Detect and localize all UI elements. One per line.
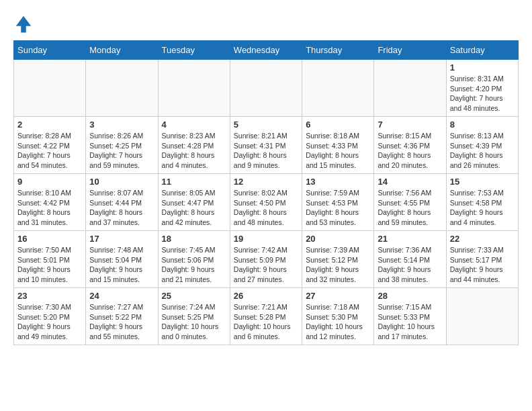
calendar-cell: 16Sunrise: 7:50 AM Sunset: 5:01 PM Dayli… bbox=[14, 231, 86, 288]
calendar-week-row: 2Sunrise: 8:28 AM Sunset: 4:22 PM Daylig… bbox=[14, 117, 519, 174]
day-number: 13 bbox=[306, 177, 370, 187]
day-info: Sunrise: 7:27 AM Sunset: 5:22 PM Dayligh… bbox=[89, 302, 154, 342]
day-number: 12 bbox=[234, 177, 298, 187]
calendar-cell bbox=[302, 60, 374, 117]
day-number: 27 bbox=[306, 291, 370, 301]
logo bbox=[13, 13, 36, 34]
calendar-table: SundayMondayTuesdayWednesdayThursdayFrid… bbox=[13, 40, 519, 345]
calendar-cell: 22Sunrise: 7:33 AM Sunset: 5:17 PM Dayli… bbox=[446, 231, 518, 288]
logo-icon bbox=[13, 13, 34, 34]
day-number: 28 bbox=[378, 291, 442, 301]
day-number: 17 bbox=[89, 234, 154, 244]
day-number: 22 bbox=[450, 234, 515, 244]
day-info: Sunrise: 7:36 AM Sunset: 5:14 PM Dayligh… bbox=[378, 245, 442, 285]
weekday-header-tuesday: Tuesday bbox=[158, 41, 230, 60]
day-info: Sunrise: 8:21 AM Sunset: 4:31 PM Dayligh… bbox=[234, 131, 298, 171]
calendar-cell bbox=[86, 60, 158, 117]
day-number: 19 bbox=[234, 234, 298, 244]
day-number: 18 bbox=[162, 234, 226, 244]
calendar-cell: 23Sunrise: 7:30 AM Sunset: 5:20 PM Dayli… bbox=[14, 288, 86, 345]
day-number: 9 bbox=[17, 177, 82, 187]
day-number: 6 bbox=[306, 120, 370, 130]
calendar-week-row: 16Sunrise: 7:50 AM Sunset: 5:01 PM Dayli… bbox=[14, 231, 519, 288]
weekday-header-thursday: Thursday bbox=[302, 41, 374, 60]
day-number: 15 bbox=[450, 177, 515, 187]
day-info: Sunrise: 8:07 AM Sunset: 4:44 PM Dayligh… bbox=[89, 188, 154, 228]
calendar-cell: 3Sunrise: 8:26 AM Sunset: 4:25 PM Daylig… bbox=[86, 117, 158, 174]
day-number: 1 bbox=[450, 62, 515, 73]
calendar-cell: 12Sunrise: 8:02 AM Sunset: 4:50 PM Dayli… bbox=[230, 174, 302, 231]
calendar-cell: 5Sunrise: 8:21 AM Sunset: 4:31 PM Daylig… bbox=[230, 117, 302, 174]
day-info: Sunrise: 7:30 AM Sunset: 5:20 PM Dayligh… bbox=[17, 302, 82, 342]
day-info: Sunrise: 8:05 AM Sunset: 4:47 PM Dayligh… bbox=[162, 188, 226, 228]
calendar-week-row: 23Sunrise: 7:30 AM Sunset: 5:20 PM Dayli… bbox=[14, 288, 519, 345]
weekday-header-sunday: Sunday bbox=[14, 41, 86, 60]
calendar-cell: 4Sunrise: 8:23 AM Sunset: 4:28 PM Daylig… bbox=[158, 117, 230, 174]
calendar-cell: 11Sunrise: 8:05 AM Sunset: 4:47 PM Dayli… bbox=[158, 174, 230, 231]
calendar-cell: 24Sunrise: 7:27 AM Sunset: 5:22 PM Dayli… bbox=[86, 288, 158, 345]
day-info: Sunrise: 7:42 AM Sunset: 5:09 PM Dayligh… bbox=[234, 245, 298, 285]
day-info: Sunrise: 8:31 AM Sunset: 4:20 PM Dayligh… bbox=[450, 74, 515, 113]
day-number: 10 bbox=[89, 177, 154, 187]
day-number: 20 bbox=[306, 234, 370, 244]
day-info: Sunrise: 7:33 AM Sunset: 5:17 PM Dayligh… bbox=[450, 245, 515, 285]
day-info: Sunrise: 7:15 AM Sunset: 5:33 PM Dayligh… bbox=[378, 302, 442, 342]
svg-marker-1 bbox=[16, 16, 32, 33]
calendar-week-row: 9Sunrise: 8:10 AM Sunset: 4:42 PM Daylig… bbox=[14, 174, 519, 231]
calendar-cell bbox=[14, 60, 86, 117]
calendar-cell: 6Sunrise: 8:18 AM Sunset: 4:33 PM Daylig… bbox=[302, 117, 374, 174]
day-number: 26 bbox=[234, 291, 298, 301]
day-info: Sunrise: 8:28 AM Sunset: 4:22 PM Dayligh… bbox=[17, 131, 82, 171]
day-info: Sunrise: 7:53 AM Sunset: 4:58 PM Dayligh… bbox=[450, 188, 515, 228]
calendar-cell: 7Sunrise: 8:15 AM Sunset: 4:36 PM Daylig… bbox=[374, 117, 446, 174]
calendar-week-row: 1Sunrise: 8:31 AM Sunset: 4:20 PM Daylig… bbox=[14, 60, 519, 117]
calendar-cell: 19Sunrise: 7:42 AM Sunset: 5:09 PM Dayli… bbox=[230, 231, 302, 288]
day-info: Sunrise: 7:45 AM Sunset: 5:06 PM Dayligh… bbox=[162, 245, 226, 285]
day-number: 16 bbox=[17, 234, 82, 244]
day-number: 3 bbox=[89, 120, 154, 130]
day-number: 7 bbox=[378, 120, 442, 130]
calendar-cell: 25Sunrise: 7:24 AM Sunset: 5:25 PM Dayli… bbox=[158, 288, 230, 345]
day-info: Sunrise: 7:21 AM Sunset: 5:28 PM Dayligh… bbox=[234, 302, 298, 342]
day-number: 5 bbox=[234, 120, 298, 130]
day-number: 4 bbox=[162, 120, 226, 130]
day-info: Sunrise: 7:48 AM Sunset: 5:04 PM Dayligh… bbox=[89, 245, 154, 285]
weekday-header-saturday: Saturday bbox=[446, 41, 518, 60]
day-info: Sunrise: 7:56 AM Sunset: 4:55 PM Dayligh… bbox=[378, 188, 442, 228]
day-number: 8 bbox=[450, 120, 515, 130]
weekday-header-monday: Monday bbox=[86, 41, 158, 60]
calendar-cell: 2Sunrise: 8:28 AM Sunset: 4:22 PM Daylig… bbox=[14, 117, 86, 174]
day-info: Sunrise: 8:13 AM Sunset: 4:39 PM Dayligh… bbox=[450, 131, 515, 171]
calendar-cell: 10Sunrise: 8:07 AM Sunset: 4:44 PM Dayli… bbox=[86, 174, 158, 231]
calendar-cell: 18Sunrise: 7:45 AM Sunset: 5:06 PM Dayli… bbox=[158, 231, 230, 288]
day-number: 25 bbox=[162, 291, 226, 301]
calendar-cell: 8Sunrise: 8:13 AM Sunset: 4:39 PM Daylig… bbox=[446, 117, 518, 174]
day-info: Sunrise: 7:59 AM Sunset: 4:53 PM Dayligh… bbox=[306, 188, 370, 228]
calendar-cell: 17Sunrise: 7:48 AM Sunset: 5:04 PM Dayli… bbox=[86, 231, 158, 288]
calendar-cell bbox=[446, 288, 518, 345]
day-info: Sunrise: 7:39 AM Sunset: 5:12 PM Dayligh… bbox=[306, 245, 370, 285]
calendar-cell: 28Sunrise: 7:15 AM Sunset: 5:33 PM Dayli… bbox=[374, 288, 446, 345]
day-number: 14 bbox=[378, 177, 442, 187]
calendar-cell: 26Sunrise: 7:21 AM Sunset: 5:28 PM Dayli… bbox=[230, 288, 302, 345]
day-info: Sunrise: 8:10 AM Sunset: 4:42 PM Dayligh… bbox=[17, 188, 82, 228]
day-number: 2 bbox=[17, 120, 82, 130]
calendar-cell: 14Sunrise: 7:56 AM Sunset: 4:55 PM Dayli… bbox=[374, 174, 446, 231]
calendar-cell: 13Sunrise: 7:59 AM Sunset: 4:53 PM Dayli… bbox=[302, 174, 374, 231]
day-number: 21 bbox=[378, 234, 442, 244]
calendar-cell: 21Sunrise: 7:36 AM Sunset: 5:14 PM Dayli… bbox=[374, 231, 446, 288]
day-info: Sunrise: 8:02 AM Sunset: 4:50 PM Dayligh… bbox=[234, 188, 298, 228]
day-number: 23 bbox=[17, 291, 82, 301]
calendar-cell bbox=[374, 60, 446, 117]
day-number: 24 bbox=[89, 291, 154, 301]
weekday-header-friday: Friday bbox=[374, 41, 446, 60]
calendar-cell: 27Sunrise: 7:18 AM Sunset: 5:30 PM Dayli… bbox=[302, 288, 374, 345]
calendar-cell: 15Sunrise: 7:53 AM Sunset: 4:58 PM Dayli… bbox=[446, 174, 518, 231]
day-info: Sunrise: 8:15 AM Sunset: 4:36 PM Dayligh… bbox=[378, 131, 442, 171]
day-info: Sunrise: 7:18 AM Sunset: 5:30 PM Dayligh… bbox=[306, 302, 370, 342]
day-info: Sunrise: 8:18 AM Sunset: 4:33 PM Dayligh… bbox=[306, 131, 370, 171]
calendar-header-row: SundayMondayTuesdayWednesdayThursdayFrid… bbox=[14, 41, 519, 60]
weekday-header-wednesday: Wednesday bbox=[230, 41, 302, 60]
page-header bbox=[13, 13, 519, 34]
calendar-cell bbox=[230, 60, 302, 117]
